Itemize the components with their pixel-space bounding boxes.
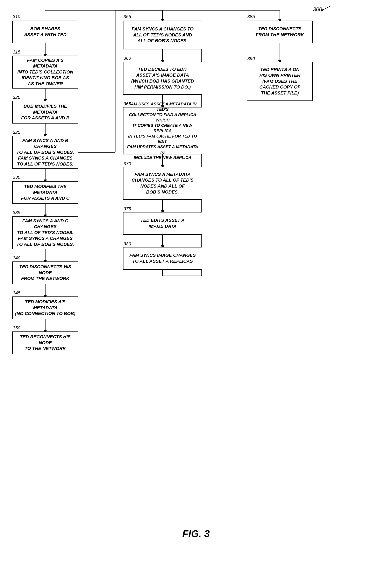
box-355-text: FAM SYNCS A CHANGES TOALL OF TED'S NODES… <box>132 26 194 44</box>
ref-350: 350 <box>13 325 20 331</box>
box-330: TED MODIFIES THE METADATAFOR ASSETS A AN… <box>12 181 78 204</box>
box-380-text: FAM SYNCS IMAGE CHANGESTO ALL ASSET A RE… <box>130 252 196 264</box>
box-390-text: TED PRINTS A ONHIS OWN PRINTER(FAM USES … <box>259 67 300 96</box>
ref-380: 380 <box>124 241 131 247</box>
box-335-text: FAM SYNCS A AND C CHANGESTO ALL OF TED'S… <box>15 218 76 247</box>
box-365-text: FAM USES ASSET A METADATA IN TED'SCOLLEC… <box>126 101 200 160</box>
box-370-text: FAM SYNCS A METADATACHANGES TO ALL OF TE… <box>132 172 194 195</box>
box-375: TED EDITS ASSET AIMAGE DATA <box>123 212 202 235</box>
box-320-text: BOB MODIFIES THE METADATAFOR ASSETS A AN… <box>15 103 76 121</box>
box-375-text: TED EDITS ASSET AIMAGE DATA <box>140 217 185 229</box>
box-370: FAM SYNCS A METADATACHANGES TO ALL OF TE… <box>123 167 202 200</box>
ref-330: 330 <box>13 175 20 180</box>
figure-label: FIG. 3 <box>182 528 210 539</box>
ref-335: 335 <box>13 210 20 215</box>
ref-315: 315 <box>13 50 20 55</box>
box-310: BOB SHARESASSET A WITH TED <box>12 21 78 43</box>
box-350: TED RECONNECTS HIS NODETO THE NETWORK <box>12 331 78 354</box>
box-340-text: TED DISCONNECTS HIS NODEFROM THE NETWORK <box>15 264 76 282</box>
box-365: FAM USES ASSET A METADATA IN TED'SCOLLEC… <box>123 107 202 154</box>
svg-marker-1 <box>321 9 323 11</box>
ref-310: 310 <box>13 14 20 19</box>
box-350-text: TED RECONNECTS HIS NODETO THE NETWORK <box>15 334 76 352</box>
box-330-text: TED MODIFIES THE METADATAFOR ASSETS A AN… <box>15 184 76 201</box>
box-345-text: TED MODIFIES A'S METADATA(NO CONNECTION … <box>15 299 76 317</box>
ref-360: 360 <box>124 56 131 61</box>
ref-340: 340 <box>13 255 20 261</box>
ref-385: 385 <box>247 14 255 19</box>
box-345: TED MODIFIES A'S METADATA(NO CONNECTION … <box>12 296 78 319</box>
box-360-text: TED DECIDES TO EDITASSET A'S IMAGE DATA(… <box>131 67 194 90</box>
box-325: FAM SYNCS A AND B CHANGESTO ALL OF BOB'S… <box>12 136 78 169</box>
ref-370: 370 <box>124 161 131 166</box>
box-340: TED DISCONNECTS HIS NODEFROM THE NETWORK <box>12 261 78 284</box>
box-390: TED PRINTS A ONHIS OWN PRINTER(FAM USES … <box>247 62 313 101</box>
box-315: FAM COPIES A'S METADATAINTO TED'S COLLEC… <box>12 56 78 89</box>
box-320: BOB MODIFIES THE METADATAFOR ASSETS A AN… <box>12 101 78 124</box>
diagram-container: 300 <box>0 0 392 556</box>
svg-line-0 <box>322 6 330 10</box>
ref-355: 355 <box>124 14 131 19</box>
box-385-text: TED DISCONNECTSFROM THE NETWORK <box>256 26 304 38</box>
box-325-text: FAM SYNCS A AND B CHANGESTO ALL OF BOB'S… <box>15 138 76 167</box>
ref-390: 390 <box>247 56 255 61</box>
ref-345: 345 <box>13 290 20 296</box>
box-380: FAM SYNCS IMAGE CHANGESTO ALL ASSET A RE… <box>123 247 202 270</box>
box-360: TED DECIDES TO EDITASSET A'S IMAGE DATA(… <box>123 62 202 95</box>
box-335: FAM SYNCS A AND C CHANGESTO ALL OF TED'S… <box>12 216 78 249</box>
ref-320: 320 <box>13 95 20 100</box>
ref-375: 375 <box>124 206 131 212</box>
box-355: FAM SYNCS A CHANGES TOALL OF TED'S NODES… <box>123 21 202 50</box>
box-310-text: BOB SHARESASSET A WITH TED <box>24 26 66 38</box>
box-315-text: FAM COPIES A'S METADATAINTO TED'S COLLEC… <box>15 58 76 87</box>
ref-300-arrow <box>320 4 332 12</box>
box-385: TED DISCONNECTSFROM THE NETWORK <box>247 21 313 43</box>
ref-325: 325 <box>13 130 20 135</box>
